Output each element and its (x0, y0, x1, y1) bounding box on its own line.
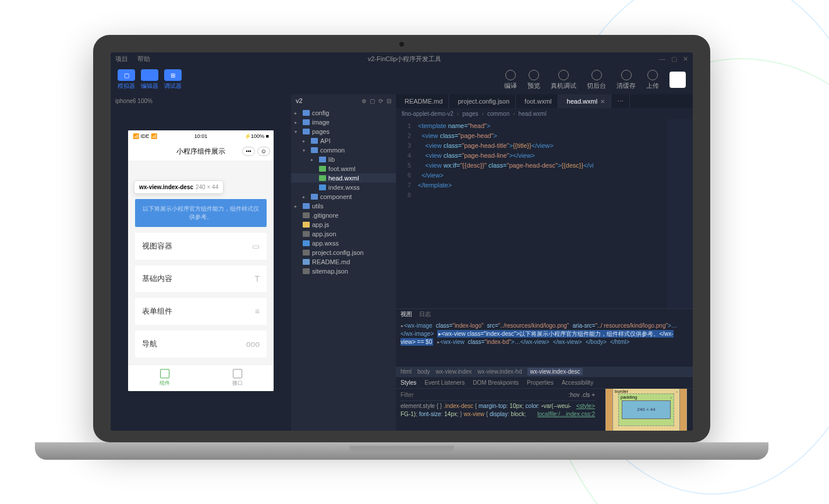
styles-filter-tools[interactable]: :hov .cls + (569, 391, 595, 399)
editor-tab[interactable]: README.md (396, 94, 449, 108)
new-folder-icon[interactable]: ▢ (370, 98, 375, 104)
phone-preview: 📶 IDE 📶 10:01 ⚡100% ■ 小程序组件展示 ••• ⊙ (128, 130, 274, 391)
capsule-menu-icon[interactable]: ••• (242, 147, 255, 156)
list-item[interactable]: 视图容器▭ (135, 233, 267, 260)
styles-tab[interactable]: Styles (401, 379, 416, 386)
styles-tab[interactable]: Event Listeners (424, 379, 465, 386)
folder-icon (319, 157, 326, 162)
tree-item[interactable]: ▸component (291, 192, 396, 201)
inspected-element[interactable]: 以下将展示小程序官方组件能力，组件样式仅供参考。 (135, 199, 267, 227)
folder-icon (303, 119, 310, 125)
minimap[interactable] (667, 119, 693, 308)
toolbar-tab-0[interactable]: ▢模拟器 (118, 69, 135, 90)
list-item[interactable]: 表单组件≡ (135, 298, 267, 325)
editor-tab[interactable]: head.wxml✕ (558, 94, 612, 108)
crumb-item[interactable]: wx-view.index-desc (527, 368, 582, 375)
new-file-icon[interactable]: ⊕ (362, 98, 366, 104)
menubar: 项目 帮助 v2-FinClip小程序开发工具 — ▢ ✕ (111, 52, 693, 65)
app-title: 小程序组件展示 (176, 147, 225, 157)
tree-item[interactable]: app.js (291, 220, 396, 229)
close-tab-icon[interactable]: ✕ (600, 98, 605, 105)
capsule-close-icon[interactable]: ⊙ (257, 147, 270, 156)
file-wxml-icon (319, 166, 326, 172)
maximize-icon[interactable]: ▢ (671, 55, 677, 63)
file-json-icon (303, 231, 310, 237)
styles-tab[interactable]: Accessibility (562, 379, 593, 386)
code-editor[interactable]: <template name="head"> <view class="page… (416, 119, 667, 308)
minimize-icon[interactable]: — (659, 55, 665, 63)
toolbar-action-4[interactable]: 清缓存 (617, 70, 636, 90)
crumb-item[interactable]: html (401, 368, 412, 375)
toolbar-tab-1[interactable]: 编辑器 (141, 69, 158, 90)
file-js-icon (303, 222, 310, 228)
laptop-frame: 项目 帮助 v2-FinClip小程序开发工具 — ▢ ✕ ▢模拟器编辑器⊞调试… (93, 35, 710, 454)
list-item[interactable]: 基础内容T (135, 265, 267, 292)
more-tabs-icon[interactable]: ⋯ (611, 94, 630, 108)
tree-item[interactable]: .gitignore (291, 211, 396, 220)
editor-tab[interactable]: project.config.json (449, 94, 516, 108)
close-icon[interactable]: ✕ (683, 55, 688, 63)
tabbar-item-0[interactable]: 组件 (128, 365, 201, 391)
tree-item[interactable]: README.md (291, 257, 396, 267)
menu-project[interactable]: 项目 (115, 55, 128, 63)
tree-item[interactable]: index.wxss (291, 183, 396, 192)
toolbar-action-1[interactable]: 预览 (527, 70, 540, 90)
list-item[interactable]: 导航ooo (135, 331, 267, 357)
window-title: v2-FinClip小程序开发工具 (368, 55, 442, 63)
file-json-icon (303, 268, 310, 274)
crumb-item[interactable]: wx-view.index-hd (477, 368, 522, 375)
status-time: 10:01 (194, 133, 208, 139)
toolbar-action-0[interactable]: 编译 (504, 70, 517, 90)
folder-icon (303, 129, 310, 134)
file-wxml-icon (319, 175, 326, 181)
tree-item[interactable]: app.json (291, 229, 396, 239)
line-gutter: 12345678 (396, 119, 416, 308)
collapse-icon[interactable]: ⊟ (387, 98, 391, 104)
tree-item[interactable]: ▸utils (291, 201, 396, 211)
toolbar-action-3[interactable]: 切后台 (587, 70, 606, 90)
toolbar-action-5[interactable]: 上传 (646, 70, 659, 90)
simulator-device-label: iphone6 100% (111, 94, 291, 107)
breadcrumb: fino-applet-demo-v2 › pages › common › h… (396, 108, 693, 119)
styles-tab[interactable]: Properties (527, 379, 554, 386)
devtools-tab-elements[interactable]: 视图 (401, 310, 412, 318)
tree-item[interactable]: ▸image (291, 118, 396, 127)
tree-item[interactable]: project.config.json (291, 248, 396, 257)
tree-item[interactable]: ▾pages (291, 127, 396, 136)
menu-help[interactable]: 帮助 (137, 55, 150, 63)
tree-item[interactable]: head.wxml (291, 173, 396, 183)
toolbar-action-2[interactable]: 真机调试 (551, 70, 576, 90)
file-wxss-icon (303, 240, 310, 246)
project-root[interactable]: v2 (296, 97, 303, 104)
tree-item[interactable]: ▸API (291, 136, 396, 145)
toolbar-tab-2[interactable]: ⊞调试器 (164, 69, 182, 90)
tree-item[interactable]: ▾common (291, 145, 396, 155)
status-signal: 📶 IDE 📶 (133, 133, 157, 139)
tree-item[interactable]: ▸lib (291, 155, 396, 164)
refresh-icon[interactable]: ⟳ (378, 98, 383, 104)
editor-tab[interactable]: foot.wxml (516, 94, 558, 108)
tree-item[interactable]: foot.wxml (291, 164, 396, 173)
crumb-item[interactable]: wx-view.index (436, 368, 472, 375)
tree-item[interactable]: app.wxss (291, 239, 396, 248)
tree-item[interactable]: sitemap.json (291, 267, 396, 276)
file-wxss-icon (319, 184, 326, 190)
styles-pane[interactable]: :hov .cls + element.style { } .index-des… (396, 389, 600, 431)
editor-panel: README.mdproject.config.jsonfoot.wxmlhea… (396, 94, 693, 431)
crumb-item[interactable]: body (417, 368, 430, 375)
tree-item[interactable]: ▸config (291, 108, 396, 118)
styles-tab[interactable]: DOM Breakpoints (473, 379, 519, 386)
dom-breadcrumb[interactable]: htmlbodywx-view.indexwx-view.index-hdwx-… (396, 367, 693, 377)
list-icon: ▭ (252, 242, 260, 251)
list-icon: ≡ (255, 307, 260, 316)
laptop-base (35, 442, 768, 460)
devtools-tab-console[interactable]: 日志 (419, 310, 431, 318)
file-md-icon (303, 259, 310, 265)
styles-filter-input[interactable] (401, 391, 569, 399)
tabbar-item-1[interactable]: 接口 (201, 365, 274, 391)
folder-icon (303, 110, 310, 116)
dom-tree[interactable]: ▸<wx-image class="index-logo" src="../re… (396, 320, 693, 367)
simulator-panel: iphone6 100% 📶 IDE 📶 10:01 ⚡100% ■ 小程序组件… (111, 94, 291, 431)
avatar[interactable] (669, 72, 686, 88)
folder-icon (311, 147, 318, 153)
